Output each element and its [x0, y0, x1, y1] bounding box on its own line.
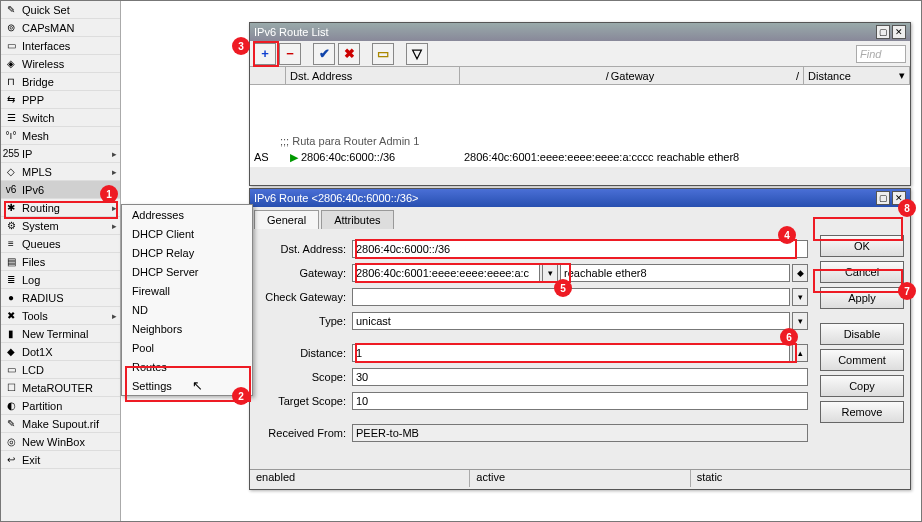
- sidebar-item-label: Queues: [22, 238, 61, 250]
- sidebar-item-label: Wireless: [22, 58, 64, 70]
- sidebar-item-new-winbox[interactable]: ◎New WinBox: [1, 433, 120, 451]
- tab-attributes[interactable]: Attributes: [321, 210, 393, 229]
- add-button[interactable]: +: [254, 43, 276, 65]
- sidebar-item-lcd[interactable]: ▭LCD: [1, 361, 120, 379]
- comment-detail-button[interactable]: Comment: [820, 349, 904, 371]
- route-list-toolbar: + − ✔ ✖ ▭ ▽ Find: [250, 41, 910, 67]
- submenu-item-dhcp-relay[interactable]: DHCP Relay: [122, 243, 252, 262]
- ok-button[interactable]: OK: [820, 235, 904, 257]
- chevron-down-icon[interactable]: ▾: [792, 312, 808, 330]
- submenu-item-nd[interactable]: ND: [122, 300, 252, 319]
- sidebar-item-log[interactable]: ≣Log: [1, 271, 120, 289]
- sidebar-icon: ☐: [4, 381, 18, 395]
- submenu-item-routes[interactable]: Routes: [122, 357, 252, 376]
- sidebar-icon: ≣: [4, 273, 18, 287]
- route-detail-titlebar[interactable]: IPv6 Route <2806:40c:6000::/36> ▢ ✕: [250, 189, 910, 207]
- sidebar-item-label: PPP: [22, 94, 44, 106]
- submenu-item-neighbors[interactable]: Neighbors: [122, 319, 252, 338]
- sidebar-item-ip[interactable]: 255IP▸: [1, 145, 120, 163]
- col-distance[interactable]: Distance▾: [804, 67, 910, 84]
- dst-address-input[interactable]: 2806:40c:6000::/36: [352, 240, 808, 258]
- sidebar-item-ppp[interactable]: ⇆PPP: [1, 91, 120, 109]
- sidebar-item-bridge[interactable]: ⊓Bridge: [1, 73, 120, 91]
- distance-input[interactable]: 1: [352, 344, 790, 362]
- type-input[interactable]: unicast: [352, 312, 790, 330]
- sidebar-item-partition[interactable]: ◐Partition: [1, 397, 120, 415]
- sidebar-item-label: CAPsMAN: [22, 22, 75, 34]
- target-scope-input[interactable]: 10: [352, 392, 808, 410]
- gateway-input[interactable]: 2806:40c:6001:eeee:eeee:eeee:a:c: [352, 264, 540, 282]
- sidebar-item-label: Log: [22, 274, 40, 286]
- sidebar-item-routing[interactable]: ✱Routing▸: [1, 199, 120, 217]
- sidebar-item-new-terminal[interactable]: ▮New Terminal: [1, 325, 120, 343]
- sidebar-item-queues[interactable]: ≡Queues: [1, 235, 120, 253]
- remove-detail-button[interactable]: Remove: [820, 401, 904, 423]
- submenu-arrow-icon: ▸: [112, 311, 117, 321]
- gateway-spinner-icon[interactable]: ◆: [792, 264, 808, 282]
- sidebar-item-exit[interactable]: ↩Exit: [1, 451, 120, 469]
- sidebar-item-files[interactable]: ▤Files: [1, 253, 120, 271]
- sidebar-item-label: Switch: [22, 112, 54, 124]
- gateway-dropdown-icon[interactable]: ▾: [542, 264, 558, 282]
- remove-button[interactable]: −: [279, 43, 301, 65]
- detail-tabs: General Attributes: [250, 207, 910, 229]
- route-detail-window: IPv6 Route <2806:40c:6000::/36> ▢ ✕ Gene…: [249, 188, 911, 490]
- close-icon[interactable]: ✕: [892, 25, 906, 39]
- cancel-button[interactable]: Cancel: [820, 261, 904, 283]
- sidebar-item-label: Partition: [22, 400, 62, 412]
- submenu-item-pool[interactable]: Pool: [122, 338, 252, 357]
- cursor-icon: ↖: [192, 378, 203, 393]
- sidebar-item-quick-set[interactable]: ✎Quick Set: [1, 1, 120, 19]
- col-dst[interactable]: Dst. Address: [286, 67, 460, 84]
- filter-button[interactable]: ▽: [406, 43, 428, 65]
- sidebar-item-system[interactable]: ⚙System▸: [1, 217, 120, 235]
- table-row[interactable]: AS ▶2806:40c:6000::/36 2806:40c:6001:eee…: [250, 149, 910, 165]
- sidebar-item-switch[interactable]: ☰Switch: [1, 109, 120, 127]
- apply-button[interactable]: Apply: [820, 287, 904, 309]
- sidebar-item-mesh[interactable]: °ı°Mesh: [1, 127, 120, 145]
- submenu-item-dhcp-server[interactable]: DHCP Server: [122, 262, 252, 281]
- sidebar-icon: °ı°: [4, 129, 18, 143]
- sidebar-item-dot1x[interactable]: ◆Dot1X: [1, 343, 120, 361]
- sidebar-item-capsman[interactable]: ⊚CAPsMAN: [1, 19, 120, 37]
- scope-input[interactable]: 30: [352, 368, 808, 386]
- sidebar-icon: ●: [4, 291, 18, 305]
- sidebar-icon: ⊚: [4, 21, 18, 35]
- col-gateway[interactable]: /Gateway/: [460, 67, 804, 84]
- submenu-item-dhcp-client[interactable]: DHCP Client: [122, 224, 252, 243]
- chevron-down-icon[interactable]: ▾: [792, 288, 808, 306]
- disable-detail-button[interactable]: Disable: [820, 323, 904, 345]
- sidebar-icon: ◆: [4, 345, 18, 359]
- sidebar-icon: ◈: [4, 57, 18, 71]
- find-input[interactable]: Find: [856, 45, 906, 63]
- sidebar-item-make-supout-rif[interactable]: ✎Make Supout.rif: [1, 415, 120, 433]
- tab-general[interactable]: General: [254, 210, 319, 229]
- spinner-up-icon[interactable]: ▴: [792, 344, 808, 362]
- route-list-titlebar[interactable]: IPv6 Route List ▢ ✕: [250, 23, 910, 41]
- comment-button[interactable]: ▭: [372, 43, 394, 65]
- sidebar-icon: ◐: [4, 399, 18, 413]
- sidebar-item-label: Make Supout.rif: [22, 418, 99, 430]
- sidebar-item-metarouter[interactable]: ☐MetaROUTER: [1, 379, 120, 397]
- sidebar-icon: ▮: [4, 327, 18, 341]
- sidebar-item-radius[interactable]: ●RADIUS: [1, 289, 120, 307]
- enable-button[interactable]: ✔: [313, 43, 335, 65]
- badge-5: 5: [554, 279, 572, 297]
- sidebar-item-tools[interactable]: ✖Tools▸: [1, 307, 120, 325]
- minimize-icon[interactable]: ▢: [876, 191, 890, 205]
- sidebar-icon: ▭: [4, 363, 18, 377]
- route-detail-title: IPv6 Route <2806:40c:6000::/36>: [254, 192, 419, 204]
- grid-body[interactable]: ;;; Ruta para Router Admin 1 AS ▶2806:40…: [250, 85, 910, 167]
- disable-button[interactable]: ✖: [338, 43, 360, 65]
- copy-button[interactable]: Copy: [820, 375, 904, 397]
- sidebar-item-interfaces[interactable]: ▭Interfaces: [1, 37, 120, 55]
- submenu-item-addresses[interactable]: Addresses: [122, 205, 252, 224]
- sidebar-item-label: LCD: [22, 364, 44, 376]
- route-comment-row: ;;; Ruta para Router Admin 1: [250, 133, 910, 149]
- submenu-item-firewall[interactable]: Firewall: [122, 281, 252, 300]
- sidebar-icon: ✖: [4, 309, 18, 323]
- status-active: active: [470, 470, 690, 487]
- minimize-icon[interactable]: ▢: [876, 25, 890, 39]
- sidebar-item-mpls[interactable]: ◇MPLS▸: [1, 163, 120, 181]
- sidebar-item-wireless[interactable]: ◈Wireless: [1, 55, 120, 73]
